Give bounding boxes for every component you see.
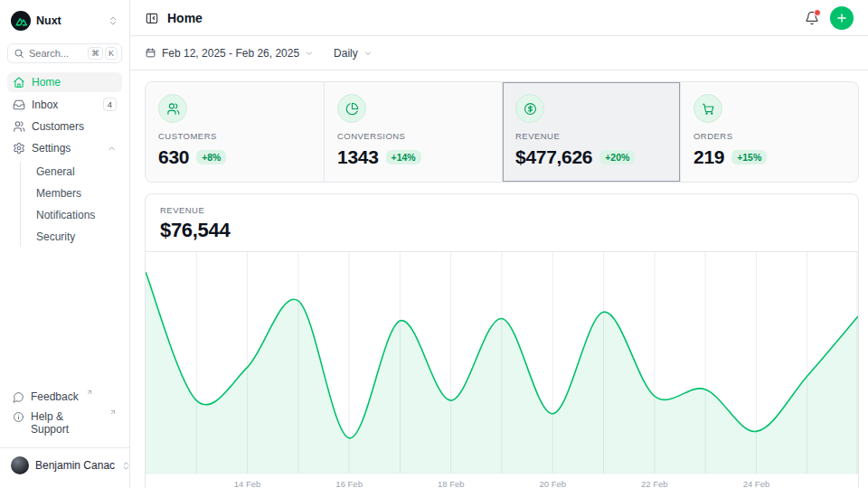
users-icon	[13, 120, 25, 133]
sidebar-item-label: Inbox	[32, 99, 58, 111]
plus-icon	[835, 12, 848, 24]
svg-text:18 Feb: 18 Feb	[438, 479, 465, 488]
stat-value: $477,626	[515, 146, 592, 168]
sidebar-item-security[interactable]: Security	[33, 227, 122, 247]
kbd-k: K	[105, 47, 118, 60]
sidebar-footer-links: Feedback Help & Support	[7, 388, 122, 438]
notification-dot	[814, 9, 821, 16]
footer-link-label: Help & Support	[31, 410, 102, 436]
inbox-icon	[13, 99, 25, 111]
avatar	[11, 456, 29, 474]
sidebar-item-inbox[interactable]: Inbox 4	[7, 94, 122, 115]
topbar: Home	[130, 0, 868, 36]
svg-text:22 Feb: 22 Feb	[641, 479, 668, 488]
stat-label: ORDERS	[693, 131, 845, 141]
stat-delta-badge: +20%	[599, 150, 635, 164]
date-range-picker[interactable]: Feb 12, 2025 - Feb 26, 2025	[145, 47, 314, 60]
chevron-up-icon	[107, 144, 117, 154]
sidebar-item-general[interactable]: General	[33, 162, 122, 182]
sidebar-spacer	[7, 249, 122, 388]
search-placeholder: Search...	[29, 48, 83, 59]
calendar-icon	[145, 47, 156, 59]
users-icon	[158, 94, 187, 123]
date-range-value: Feb 12, 2025 - Feb 26, 2025	[162, 47, 299, 60]
sidebar-item-notifications[interactable]: Notifications	[33, 205, 122, 225]
user-menu[interactable]: Benjamin Canac	[0, 447, 129, 481]
notifications-button[interactable]	[805, 11, 819, 25]
stat-value: 1343	[337, 146, 379, 168]
feedback-link[interactable]: Feedback	[7, 388, 122, 406]
period-value: Daily	[334, 47, 358, 60]
stat-label: CUSTOMERS	[158, 131, 311, 141]
chat-bubble-icon	[13, 391, 24, 403]
search-input[interactable]: Search... ⌘ K	[7, 43, 122, 63]
sidebar-item-members[interactable]: Members	[33, 183, 122, 203]
external-link-icon	[109, 408, 117, 416]
svg-text:24 Feb: 24 Feb	[743, 479, 770, 488]
dashboard-content: CUSTOMERS 630 +8% CONVERSIONS 1343 +14%	[130, 70, 868, 488]
chart-title: REVENUE	[160, 205, 844, 215]
team-switcher[interactable]: Nuxt	[7, 7, 122, 34]
area-chart-svg: 14 Feb16 Feb18 Feb20 Feb22 Feb24 Feb	[146, 252, 858, 488]
sidebar-item-customers[interactable]: Customers	[7, 117, 122, 136]
app-root: Nuxt Search... ⌘ K Home	[0, 0, 868, 488]
sidebar-item-label: Home	[32, 76, 61, 89]
search-icon	[14, 48, 24, 59]
team-name: Nuxt	[36, 14, 102, 27]
stat-customers[interactable]: CUSTOMERS 630 +8%	[146, 82, 324, 182]
stat-revenue[interactable]: REVENUE $477,626 +20%	[502, 82, 680, 182]
sidebar-item-home[interactable]: Home	[7, 72, 122, 92]
chart-total-value: $76,544	[160, 219, 844, 242]
stat-conversions[interactable]: CONVERSIONS 1343 +14%	[324, 82, 502, 182]
page-title: Home	[167, 11, 203, 25]
external-link-icon	[86, 389, 93, 396]
main-area: Home Feb 12, 2025 - Feb 26, 2025	[130, 0, 868, 488]
stat-label: REVENUE	[515, 131, 667, 141]
chevron-select-icon	[108, 15, 118, 26]
chart-header: REVENUE $76,544	[146, 194, 858, 252]
shopping-cart-icon	[693, 94, 722, 123]
home-icon	[13, 76, 25, 89]
svg-text:14 Feb: 14 Feb	[234, 479, 261, 488]
help-support-link[interactable]: Help & Support	[7, 408, 122, 438]
revenue-chart-card: REVENUE $76,544 14 Feb16 Feb18 Feb20 Feb…	[145, 193, 859, 488]
svg-text:16 Feb: 16 Feb	[335, 479, 363, 488]
circle-dollar-icon	[515, 94, 544, 123]
inbox-count-badge: 4	[103, 98, 117, 111]
period-select[interactable]: Daily	[334, 47, 373, 60]
add-button[interactable]	[830, 6, 854, 30]
footer-link-label: Feedback	[31, 390, 79, 403]
sidebar: Nuxt Search... ⌘ K Home	[0, 0, 130, 488]
stat-delta-badge: +14%	[386, 150, 421, 164]
sidebar-collapse-button[interactable]	[145, 11, 159, 25]
stats-row: CUSTOMERS 630 +8% CONVERSIONS 1343 +14%	[145, 81, 859, 183]
gear-icon	[13, 142, 25, 155]
stat-orders[interactable]: ORDERS 219 +15%	[680, 82, 858, 182]
revenue-area-chart[interactable]: 14 Feb16 Feb18 Feb20 Feb22 Feb24 Feb	[146, 252, 858, 488]
sidebar-nav: Home Inbox 4 Customers Settings	[7, 72, 122, 249]
sidebar-item-label: Customers	[32, 120, 84, 133]
search-shortcut: ⌘ K	[88, 47, 118, 60]
stat-delta-badge: +8%	[196, 150, 226, 164]
sidebar-item-label: Settings	[32, 142, 71, 155]
chevron-down-icon	[305, 49, 314, 58]
kbd-meta: ⌘	[88, 47, 103, 60]
nuxt-logo-icon	[11, 11, 31, 31]
user-name: Benjamin Canac	[35, 459, 115, 472]
chevron-down-icon	[363, 49, 373, 58]
info-circle-icon	[13, 411, 24, 423]
topbar-actions	[805, 6, 854, 30]
chart-pie-icon	[337, 94, 366, 123]
svg-text:20 Feb: 20 Feb	[539, 479, 566, 488]
settings-subnav: General Members Notifications Security	[20, 162, 122, 247]
stat-value: 219	[693, 146, 724, 168]
stat-delta-badge: +15%	[731, 150, 767, 164]
filter-toolbar: Feb 12, 2025 - Feb 26, 2025 Daily	[130, 36, 868, 70]
stat-value: 630	[158, 146, 189, 168]
stat-label: CONVERSIONS	[337, 131, 489, 141]
sidebar-item-settings[interactable]: Settings	[7, 138, 122, 158]
